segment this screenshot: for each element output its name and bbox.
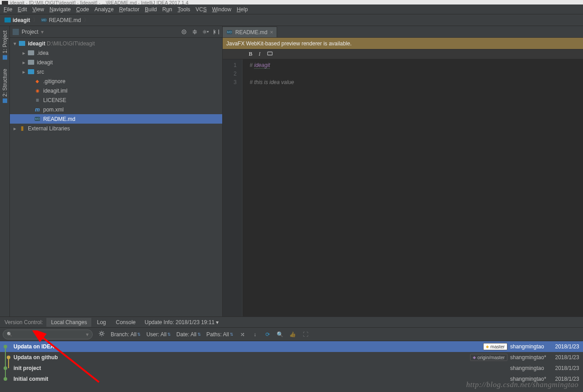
source-folder-icon: [28, 69, 34, 74]
project-tree[interactable]: ▾ ideagit D:\MILO\GIT\ideagit ▸ .idea ▸ …: [10, 38, 222, 316]
project-panel-header: Project ▾ ▾: [10, 26, 222, 38]
menu-window[interactable]: Window: [209, 5, 234, 13]
window-title: ideagit - [D:\MILO\GIT\ideagit] - [ideag…: [10, 1, 188, 4]
menu-build[interactable]: Build: [142, 5, 160, 13]
svg-point-2: [204, 31, 206, 33]
folder-icon: [28, 60, 34, 65]
gear-icon[interactable]: ▾: [202, 29, 209, 35]
chevron-right-icon: 〉: [33, 16, 38, 24]
zoom-icon[interactable]: 🔍: [277, 331, 284, 338]
editor-tab-readme[interactable]: README.md ×: [223, 27, 277, 37]
chevron-right-icon: 〉: [84, 16, 89, 24]
italic-button[interactable]: I: [259, 51, 260, 58]
gitignore-file-icon: [33, 79, 41, 84]
commit-row[interactable]: Initial commit shangmingtao* 2018/1/23: [0, 374, 583, 384]
structure-tool-icon: [3, 98, 7, 103]
text-file-icon: [33, 97, 41, 103]
vcs-search-input[interactable]: ▾: [3, 330, 93, 339]
settings-icon[interactable]: ⛶: [302, 331, 309, 338]
tree-node-src[interactable]: ▸ src: [10, 67, 222, 76]
project-tool-icon: [3, 55, 7, 60]
cherry-pick-icon[interactable]: ↓: [251, 331, 259, 338]
project-view-icon: [13, 29, 19, 35]
bold-button[interactable]: B: [249, 51, 252, 58]
expand-arrow-icon[interactable]: ▸: [12, 125, 18, 132]
tool-tab-project[interactable]: 1: Project: [1, 29, 9, 62]
tree-node-readme[interactable]: README.md: [10, 114, 222, 124]
code-editor[interactable]: 123 # ideagit # this is idea value: [223, 59, 583, 316]
gear-icon[interactable]: [98, 330, 105, 338]
main-menu-bar: File Edit View Navigate Code Analyze Ref…: [0, 4, 583, 14]
tab-log[interactable]: Log: [92, 318, 110, 327]
tree-root[interactable]: ▾ ideagit D:\MILO\GIT\ideagit: [10, 39, 222, 48]
collapse-all-icon[interactable]: [192, 29, 198, 35]
expand-arrow-icon[interactable]: ▸: [21, 50, 27, 56]
branch-tag-remote: origin/master: [470, 354, 507, 361]
code-span-button[interactable]: [267, 50, 273, 58]
intellisort-icon[interactable]: ⤭: [239, 331, 246, 338]
goto-hash-icon[interactable]: 👍: [289, 331, 296, 338]
filter-paths[interactable]: Paths: All⇅: [206, 331, 233, 338]
tree-node-pom[interactable]: pom.xml: [10, 105, 222, 114]
commit-row[interactable]: Updata on IDEA master shangmingtao 2018/…: [0, 341, 583, 352]
chevron-down-icon[interactable]: ▾: [41, 29, 44, 35]
svg-point-4: [100, 332, 103, 334]
hide-icon[interactable]: [213, 29, 220, 35]
menu-edit[interactable]: Edit: [15, 5, 30, 13]
external-libraries-icon: [18, 126, 26, 131]
locate-icon[interactable]: [181, 29, 187, 35]
menu-help[interactable]: Help: [234, 5, 251, 13]
menu-navigate[interactable]: Navigate: [47, 5, 73, 13]
vcs-log-toolbar: ▾ Branch: All⇅ User: All⇅ Date: All⇅ Pat…: [0, 328, 583, 341]
branch-tag-master: master: [483, 343, 507, 350]
notification-text: JavaFX WebKit-based preview renderer is …: [226, 40, 352, 47]
menu-tools[interactable]: Tools: [175, 5, 193, 13]
tree-node-iml[interactable]: ideagit.iml: [10, 86, 222, 95]
line-number-gutter: 123: [223, 59, 242, 316]
module-icon: [19, 41, 25, 46]
menu-code[interactable]: Code: [73, 5, 92, 13]
left-tool-stripe: 1: Project 2: Structure: [0, 26, 10, 316]
editor-notification[interactable]: JavaFX WebKit-based preview renderer is …: [223, 38, 583, 49]
expand-arrow-icon[interactable]: ▾: [12, 40, 18, 47]
update-info-label[interactable]: Update Info: 2018/1/23 19:11 ▾: [141, 319, 223, 325]
tool-tab-structure[interactable]: 2: Structure: [1, 67, 9, 105]
commit-row[interactable]: Updata on github origin/master shangming…: [0, 352, 583, 363]
folder-icon: [4, 18, 11, 22]
svg-point-1: [184, 31, 184, 32]
filter-date[interactable]: Date: All⇅: [176, 331, 201, 338]
markdown-file-icon: [226, 29, 233, 36]
code-content[interactable]: # ideagit # this is idea value: [242, 59, 294, 316]
markdown-toolbar: B I: [223, 49, 583, 59]
menu-refactor[interactable]: Refactor: [117, 5, 142, 13]
vcs-commit-list[interactable]: Updata on IDEA master shangmingtao 2018/…: [0, 341, 583, 392]
tree-node-ideagit[interactable]: ▸ ideagit: [10, 58, 222, 67]
expand-arrow-icon[interactable]: ▸: [21, 59, 27, 66]
tree-node-license[interactable]: LICENSE: [10, 95, 222, 105]
breadcrumb-root-label: ideagit: [13, 17, 30, 23]
menu-analyze[interactable]: Analyze: [92, 5, 117, 13]
svg-rect-3: [268, 52, 273, 55]
expand-arrow-icon[interactable]: ▸: [21, 69, 27, 75]
menu-vcs[interactable]: VCS: [193, 5, 210, 13]
breadcrumb-root[interactable]: ideagit: [3, 16, 32, 25]
menu-view[interactable]: View: [30, 5, 47, 13]
filter-user[interactable]: User: All⇅: [146, 331, 171, 338]
tree-external-libraries[interactable]: ▸ External Libraries: [10, 124, 222, 133]
menu-run[interactable]: Run: [160, 5, 175, 13]
refresh-icon[interactable]: ⟳: [264, 331, 271, 338]
filter-branch[interactable]: Branch: All⇅: [111, 331, 141, 338]
iml-file-icon: [33, 88, 41, 93]
menu-file[interactable]: File: [1, 5, 15, 13]
editor-area: README.md × JavaFX WebKit-based preview …: [223, 26, 583, 316]
breadcrumb-file[interactable]: README.md: [39, 16, 83, 25]
tab-console[interactable]: Console: [111, 318, 140, 327]
commit-row[interactable]: init project shangmingtao 2018/1/23: [0, 363, 583, 374]
markdown-file-icon: [41, 17, 47, 23]
tab-local-changes[interactable]: Local Changes: [46, 318, 91, 327]
tree-node-gitignore[interactable]: .gitignore: [10, 76, 222, 86]
close-tab-icon[interactable]: ×: [270, 29, 273, 36]
tree-node-idea[interactable]: ▸ .idea: [10, 48, 222, 58]
vcs-label: Version Control:: [1, 319, 46, 325]
breadcrumb-file-label: README.md: [49, 17, 81, 23]
